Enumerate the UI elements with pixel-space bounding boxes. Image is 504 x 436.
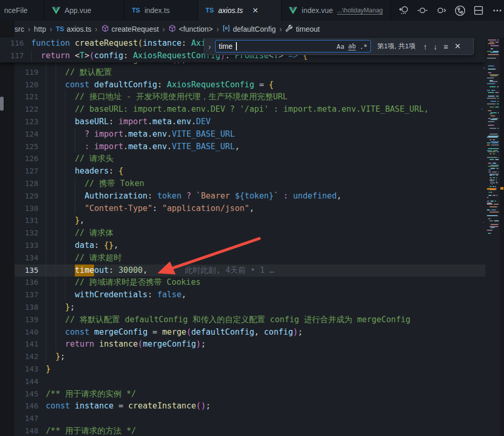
next-change-icon[interactable] bbox=[434, 4, 448, 17]
tab-label: index.vue bbox=[302, 6, 333, 15]
code-line-131[interactable]: 131}, bbox=[15, 215, 485, 227]
tab-index-vue[interactable]: index.vue ...\holidayManag bbox=[282, 0, 391, 21]
code-line-146[interactable]: 146const instance = createInstance(); bbox=[15, 400, 485, 413]
previous-match-icon[interactable]: ↑ bbox=[422, 42, 429, 51]
code-line-133[interactable]: 133data: {}, bbox=[15, 240, 485, 252]
code-token: "application/json" bbox=[162, 203, 249, 215]
line-number: 122 bbox=[15, 103, 38, 116]
code-line-123[interactable]: 123baseURL: import.meta.env.DEV bbox=[15, 116, 485, 128]
code-line-119[interactable]: 119// 默认配置 bbox=[15, 67, 485, 79]
code-token: withCredentials bbox=[75, 289, 148, 301]
indent-guides bbox=[46, 326, 65, 339]
overview-ruler[interactable] bbox=[500, 37, 504, 436]
code-token: : bbox=[148, 289, 157, 301]
code-line-139[interactable]: 139// 将默认配置 defaultConfig 和传入的自定义配置 conf… bbox=[15, 314, 485, 326]
toggle-replace-chevron-icon[interactable]: › bbox=[207, 42, 212, 51]
code-token: config bbox=[264, 326, 293, 339]
tab-index-ts[interactable]: TS index.ts bbox=[124, 0, 198, 21]
tab-axios-ts-active[interactable]: TS axios.ts ✕ bbox=[198, 0, 282, 21]
indent-guides bbox=[46, 178, 85, 190]
code-line-124[interactable]: 124? import.meta.env.VITE_BASE_URL bbox=[15, 128, 485, 141]
code-line-140[interactable]: 140const mergeConfig = merge(defaultConf… bbox=[15, 326, 485, 339]
line-number: 121 bbox=[15, 91, 38, 103]
breadcrumb-item-createRequest[interactable]: createRequest bbox=[101, 24, 159, 34]
code-line-132[interactable]: 132// 请求体 bbox=[15, 227, 485, 240]
code-line-126[interactable]: 126// 请求头 bbox=[15, 153, 485, 165]
previous-change-icon[interactable] bbox=[416, 4, 429, 17]
code-token: } bbox=[65, 301, 70, 314]
code-token: ; bbox=[60, 351, 65, 363]
code-line-130[interactable]: 130"Content-Type": "application/json", bbox=[15, 203, 485, 215]
match-case-icon[interactable]: Aa bbox=[337, 43, 344, 50]
tab-path-description: ...\holidayManag bbox=[337, 7, 383, 14]
code-line-137[interactable]: 137withCredentials: false, bbox=[15, 289, 485, 301]
code-token: : bbox=[85, 141, 95, 153]
code-token: createRequest bbox=[75, 37, 138, 50]
find-input[interactable]: time Aa ab .* bbox=[215, 40, 371, 52]
code-token: // 跨域请求时是否携带 Cookies bbox=[75, 276, 201, 289]
code-line-143[interactable]: 143} bbox=[15, 363, 485, 376]
find-in-selection-icon[interactable]: ≡ bbox=[442, 42, 450, 51]
code-token: token bbox=[157, 190, 182, 203]
split-editor-icon[interactable] bbox=[472, 4, 485, 17]
commit-graph-icon[interactable] bbox=[453, 4, 467, 17]
code-token: : bbox=[109, 165, 118, 178]
close-find-icon[interactable]: ✕ bbox=[453, 42, 462, 51]
minimap[interactable] bbox=[486, 37, 500, 436]
breadcrumb-item-timeout[interactable]: timeout bbox=[285, 24, 320, 34]
breadcrumb-item-function[interactable]: <function> bbox=[168, 24, 213, 34]
code-line-134[interactable]: 134// 请求超时 bbox=[15, 252, 485, 265]
code-line-128[interactable]: 128// 携带 Token bbox=[15, 178, 485, 190]
indent-guides bbox=[46, 203, 85, 215]
regex-icon[interactable]: .* bbox=[360, 43, 367, 50]
code-line-147[interactable]: 147 bbox=[15, 413, 485, 425]
code-token: defaultConfig bbox=[191, 326, 254, 339]
vscode-window: nceFile App.vue TS index.ts TS axios.ts … bbox=[0, 0, 504, 436]
code-line-121[interactable]: 121// 接口地址 - 开发环境使用代理，生产环境使用完整URL bbox=[15, 91, 485, 103]
symbol-method-icon bbox=[168, 24, 176, 34]
code-token: ? bbox=[85, 128, 95, 141]
code-line-135[interactable]: 135timeout: 30000,此时此刻, 4天前 • 1 … bbox=[15, 265, 485, 277]
line-number: 141 bbox=[15, 338, 38, 351]
code-token: env bbox=[152, 141, 167, 153]
breadcrumb-item-file[interactable]: TS axios.ts bbox=[56, 25, 91, 33]
breadcrumb-item-http[interactable]: http bbox=[34, 25, 46, 33]
line-number: 145 bbox=[15, 388, 38, 401]
code-line-127[interactable]: 127headers: { bbox=[15, 165, 485, 178]
code-line-145[interactable]: 145/** 用于请求的实例 */ bbox=[15, 388, 485, 401]
open-changes-icon[interactable] bbox=[397, 4, 410, 17]
code-token: : bbox=[123, 50, 133, 62]
code-token: VITE_BASE_URL bbox=[172, 141, 235, 153]
tab-app-vue[interactable]: App.vue bbox=[44, 0, 124, 21]
tab-close-icon[interactable]: ✕ bbox=[253, 6, 259, 15]
tab-truncated-file[interactable]: nceFile bbox=[0, 0, 44, 21]
whole-word-icon[interactable]: ab bbox=[348, 42, 356, 50]
breadcrumb-item-defaultConfig[interactable]: defaultConfig bbox=[222, 24, 276, 34]
code-token: // baseURL: import.meta.env.DEV ? '/api'… bbox=[75, 103, 429, 116]
code-token: . bbox=[123, 141, 128, 153]
code-line-148[interactable]: 148/** 用于请求的方法 */ bbox=[15, 425, 485, 436]
code-token: false bbox=[157, 289, 182, 301]
code-line-129[interactable]: 129Authorization: token ? `Bearer ${toke… bbox=[15, 190, 485, 203]
breadcrumb-item-src[interactable]: src bbox=[15, 25, 24, 33]
indent-guides bbox=[46, 314, 65, 326]
code-token: const bbox=[46, 400, 75, 413]
code-line-120[interactable]: 120const defaultConfig: AxiosRequestConf… bbox=[15, 79, 485, 91]
code-line-125[interactable]: 125: import.meta.env.VITE_BASE_URL, bbox=[15, 141, 485, 153]
code-line-141[interactable]: 141return instance(mergeConfig); bbox=[15, 338, 485, 351]
code-line-144[interactable]: 144 bbox=[15, 376, 485, 388]
code-token: , bbox=[337, 190, 341, 203]
code-line-122[interactable]: 122// baseURL: import.meta.env.DEV ? '/a… bbox=[15, 103, 485, 116]
line-number: 134 bbox=[15, 252, 38, 265]
indent-guides bbox=[46, 165, 75, 178]
more-actions-icon[interactable]: ⋯ bbox=[490, 4, 504, 17]
next-match-icon[interactable]: ↓ bbox=[432, 42, 439, 51]
code-line-142[interactable]: 142}; bbox=[15, 351, 485, 363]
code-token: import bbox=[94, 128, 123, 141]
indent-guides bbox=[46, 91, 75, 103]
code-line-136[interactable]: 136// 跨域请求时是否携带 Cookies bbox=[15, 276, 485, 289]
symbol-property-wrench-icon bbox=[285, 24, 293, 34]
find-widget: › time Aa ab .* 第1项, 共1项 ↑ ↓ ≡ ✕ bbox=[204, 38, 474, 55]
code-token: instance bbox=[99, 338, 138, 351]
code-line-138[interactable]: 138}; bbox=[15, 301, 485, 314]
